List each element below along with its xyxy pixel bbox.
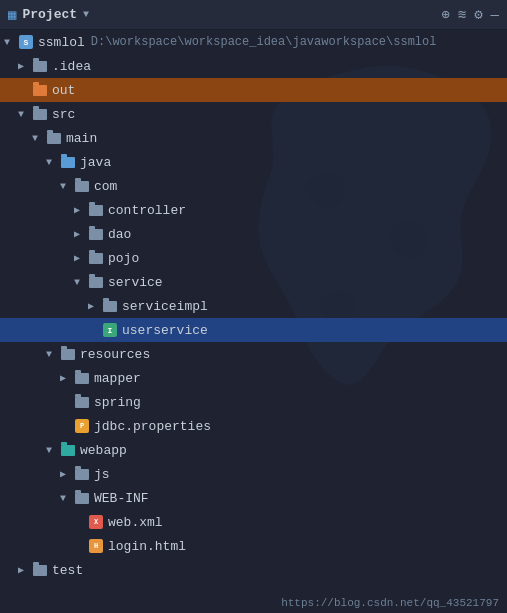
globe-icon[interactable]: ⊕ [441, 6, 449, 23]
folder-js-icon [74, 466, 90, 482]
properties-file-icon: P [74, 418, 90, 434]
mapper-label: mapper [94, 371, 141, 386]
dao-label: dao [108, 227, 131, 242]
webapp-label: webapp [80, 443, 127, 458]
userservice-label: userservice [122, 323, 208, 338]
test-label: test [52, 563, 83, 578]
tree-item-java[interactable]: java [0, 150, 507, 174]
project-tree: S ssmlol D:\workspace\workspace_idea\jav… [0, 30, 507, 613]
java-interface-icon: I [102, 322, 118, 338]
layers-icon[interactable]: ≋ [458, 6, 466, 23]
tree-item-webinf[interactable]: WEB-INF [0, 486, 507, 510]
folder-test-icon [32, 562, 48, 578]
folder-service-icon [88, 274, 104, 290]
module-icon: S [18, 34, 34, 50]
folder-out-icon [32, 82, 48, 98]
controller-label: controller [108, 203, 186, 218]
folder-dao-icon [88, 226, 104, 242]
tree-item-controller[interactable]: controller [0, 198, 507, 222]
project-icon: ▦ [8, 6, 16, 23]
web-xml-label: web.xml [108, 515, 163, 530]
service-label: service [108, 275, 163, 290]
pojo-label: pojo [108, 251, 139, 266]
arrow-ssmlol [4, 37, 18, 48]
folder-serviceimpl-icon [102, 298, 118, 314]
src-label: src [52, 107, 75, 122]
tree-item-dao[interactable]: dao [0, 222, 507, 246]
java-label: java [80, 155, 111, 170]
folder-mapper-icon [74, 370, 90, 386]
arrow-serviceimpl [88, 300, 102, 312]
folder-resources-icon [60, 346, 76, 362]
ssmlol-path: D:\workspace\workspace_idea\javaworkspac… [91, 35, 437, 49]
tree-item-spring[interactable]: spring [0, 390, 507, 414]
folder-com-icon [74, 178, 90, 194]
folder-pojo-icon [88, 250, 104, 266]
arrow-resources [46, 349, 60, 360]
panel-header: ▦ Project ▼ ⊕ ≋ ⚙ — [0, 0, 507, 30]
resources-label: resources [80, 347, 150, 362]
tree-item-test[interactable]: test [0, 558, 507, 582]
arrow-controller [74, 204, 88, 216]
tree-item-ssmlol[interactable]: S ssmlol D:\workspace\workspace_idea\jav… [0, 30, 507, 54]
arrow-src [18, 109, 32, 120]
arrow-idea [18, 60, 32, 72]
xml-file-icon: X [88, 514, 104, 530]
arrow-test [18, 564, 32, 576]
arrow-com [60, 181, 74, 192]
arrow-webapp [46, 445, 60, 456]
folder-webinf-icon [74, 490, 90, 506]
tree-item-main[interactable]: main [0, 126, 507, 150]
arrow-webinf [60, 493, 74, 504]
status-bar: https://blog.csdn.net/qq_43521797 [281, 597, 499, 609]
arrow-dao [74, 228, 88, 240]
tree-item-web-xml[interactable]: X web.xml [0, 510, 507, 534]
tree-item-service[interactable]: service [0, 270, 507, 294]
tree-item-mapper[interactable]: mapper [0, 366, 507, 390]
arrow-main [32, 133, 46, 144]
out-label: out [52, 83, 75, 98]
panel-title: Project [22, 7, 77, 22]
tree-item-login-html[interactable]: H login.html [0, 534, 507, 558]
tree-item-com[interactable]: com [0, 174, 507, 198]
tree-item-idea[interactable]: .idea [0, 54, 507, 78]
webinf-label: WEB-INF [94, 491, 149, 506]
panel-header-left: ▦ Project ▼ [8, 6, 89, 23]
folder-idea-icon [32, 58, 48, 74]
tree-item-userservice[interactable]: I userservice [0, 318, 507, 342]
idea-label: .idea [52, 59, 91, 74]
tree-item-js[interactable]: js [0, 462, 507, 486]
tree-item-src[interactable]: src [0, 102, 507, 126]
folder-webapp-icon [60, 442, 76, 458]
arrow-js [60, 468, 74, 480]
login-html-label: login.html [108, 539, 186, 554]
arrow-service [74, 277, 88, 288]
js-label: js [94, 467, 110, 482]
jdbc-label: jdbc.properties [94, 419, 211, 434]
folder-main-icon [46, 130, 62, 146]
tree-item-resources[interactable]: resources [0, 342, 507, 366]
folder-spring-icon [74, 394, 90, 410]
folder-controller-icon [88, 202, 104, 218]
folder-src-icon [32, 106, 48, 122]
panel-header-right: ⊕ ≋ ⚙ — [441, 6, 499, 23]
tree-item-pojo[interactable]: pojo [0, 246, 507, 270]
tree-item-jdbc-properties[interactable]: P jdbc.properties [0, 414, 507, 438]
chevron-down-icon[interactable]: ▼ [83, 9, 89, 20]
html-file-icon: H [88, 538, 104, 554]
gear-icon[interactable]: ⚙ [474, 6, 482, 23]
spring-label: spring [94, 395, 141, 410]
serviceimpl-label: serviceimpl [122, 299, 208, 314]
tree-item-serviceimpl[interactable]: serviceimpl [0, 294, 507, 318]
tree-item-out[interactable]: out [0, 78, 507, 102]
com-label: com [94, 179, 117, 194]
main-label: main [66, 131, 97, 146]
folder-java-icon [60, 154, 76, 170]
arrow-mapper [60, 372, 74, 384]
arrow-pojo [74, 252, 88, 264]
tree-item-webapp[interactable]: webapp [0, 438, 507, 462]
minimize-icon[interactable]: — [491, 7, 499, 23]
arrow-java [46, 157, 60, 168]
status-url: https://blog.csdn.net/qq_43521797 [281, 597, 499, 609]
ssmlol-label: ssmlol [38, 35, 85, 50]
